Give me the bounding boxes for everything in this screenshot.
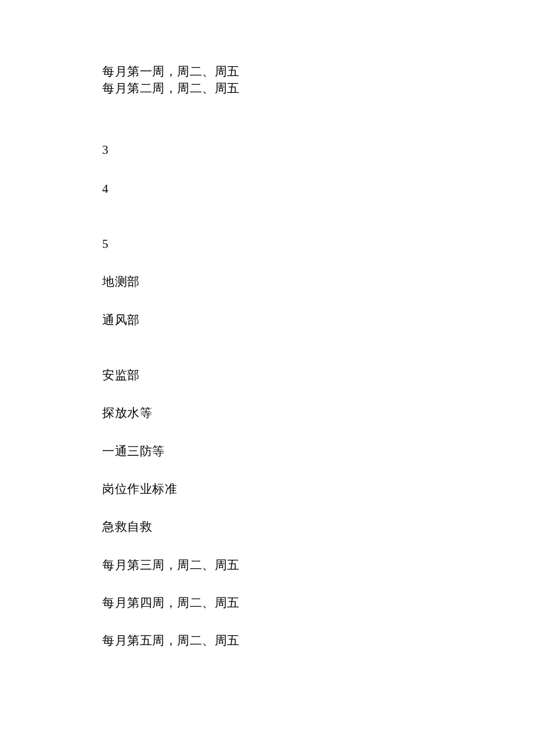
text-line: 探放水等 xyxy=(102,405,450,421)
text-line: 3 xyxy=(102,142,450,158)
document-body: 每月第一周，周二、周五 每月第二周，周二、周五 3 4 5 地测部 通风部 安监… xyxy=(102,64,450,649)
text-line: 每月第五周，周二、周五 xyxy=(102,633,450,649)
text-line: 每月第四周，周二、周五 xyxy=(102,595,450,611)
text-line: 5 xyxy=(102,236,450,252)
text-line: 一通三防等 xyxy=(102,444,450,459)
text-line: 岗位作业标准 xyxy=(102,481,450,497)
text-line: 每月第二周，周二、周五 xyxy=(102,81,450,96)
text-line: 每月第三周，周二、周五 xyxy=(102,557,450,573)
text-line: 安监部 xyxy=(102,368,450,383)
text-line: 通风部 xyxy=(102,312,450,328)
text-line: 地测部 xyxy=(102,274,450,290)
text-line: 急救自救 xyxy=(102,519,450,535)
text-line: 4 xyxy=(102,181,450,197)
text-line: 每月第一周，周二、周五 xyxy=(102,64,450,80)
